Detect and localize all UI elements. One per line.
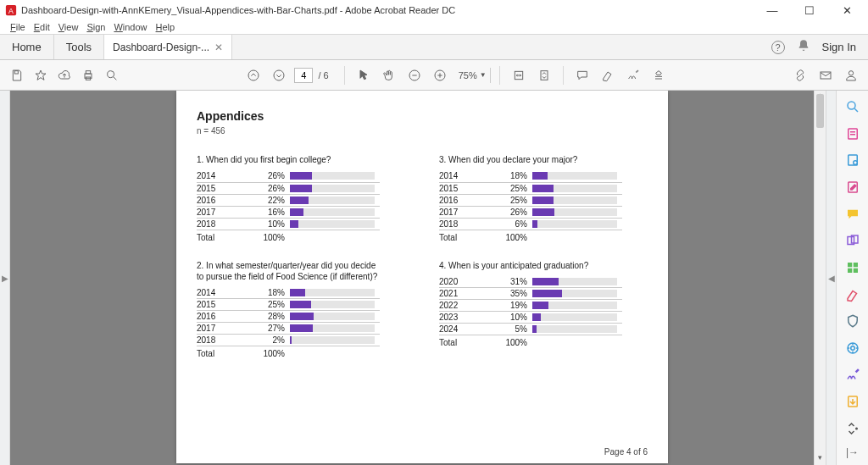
minimize-button[interactable]: — — [760, 4, 785, 17]
row-bar — [531, 170, 622, 182]
page-number-field[interactable]: 4 — [294, 68, 313, 83]
row-value: 31% — [480, 276, 531, 288]
search-icon[interactable] — [102, 65, 122, 86]
zoom-in-icon[interactable] — [430, 65, 450, 86]
row-value: 10% — [237, 218, 288, 230]
row-value: 26% — [237, 182, 288, 194]
left-panel-toggle[interactable]: ▶ — [0, 91, 10, 465]
page-heading: Appendices — [197, 109, 648, 123]
row-bar — [531, 206, 622, 218]
row-bar — [531, 300, 622, 312]
tool-redact-icon[interactable] — [843, 285, 862, 304]
close-button[interactable]: ✕ — [834, 4, 860, 17]
sign-in-link[interactable]: Sign In — [822, 41, 856, 53]
chart-table: 201426%201526%201622%201716%201810%Total… — [197, 170, 380, 243]
table-row: 201810% — [197, 218, 380, 230]
help-icon[interactable]: ? — [771, 41, 785, 54]
menu-help[interactable]: Help — [153, 22, 179, 32]
menu-view[interactable]: View — [55, 22, 82, 32]
row-bar — [531, 276, 622, 288]
row-category: 2016 — [197, 194, 237, 206]
zoom-out-icon[interactable] — [404, 65, 425, 86]
pdf-page: Appendices n = 456 1. When did you first… — [176, 91, 668, 463]
row-value: 10% — [480, 312, 531, 324]
star-icon[interactable] — [31, 65, 51, 86]
chart-title: 3. When did you declare your major? — [439, 154, 626, 165]
tool-send-icon[interactable] — [843, 393, 862, 412]
row-bar — [531, 194, 622, 206]
tool-more-icon[interactable] — [843, 419, 862, 438]
highlight-icon[interactable] — [598, 65, 618, 86]
tool-create-icon[interactable] — [843, 151, 862, 169]
chart-1: 1. When did you first begin college?2014… — [197, 154, 405, 243]
menu-file[interactable]: File — [7, 22, 29, 32]
menu-window[interactable]: Window — [110, 22, 150, 32]
maximize-button[interactable]: ☐ — [797, 4, 822, 17]
table-row: 201525% — [439, 182, 622, 194]
row-value: 25% — [480, 194, 531, 206]
page-footer: Page 4 of 6 — [604, 447, 648, 457]
menu-sign[interactable]: Sign — [83, 22, 108, 32]
profile-icon[interactable] — [841, 65, 861, 86]
hand-icon[interactable] — [379, 65, 399, 86]
scroll-thumb[interactable] — [816, 94, 824, 128]
email-icon[interactable] — [815, 65, 836, 86]
document-area[interactable]: Appendices n = 456 1. When did you first… — [10, 91, 826, 465]
tool-export-icon[interactable] — [843, 125, 862, 143]
row-value: 18% — [480, 170, 531, 182]
notifications-icon[interactable] — [797, 39, 810, 55]
row-bar — [288, 323, 380, 335]
total-row: Total100% — [197, 230, 380, 243]
tool-fill-sign-icon[interactable] — [843, 366, 862, 385]
pointer-icon[interactable] — [353, 65, 374, 86]
link-icon[interactable] — [790, 65, 810, 86]
fit-page-icon[interactable] — [534, 65, 554, 86]
row-bar — [531, 312, 622, 324]
svg-point-18 — [849, 70, 853, 75]
tab-close-icon[interactable]: ✕ — [214, 42, 223, 53]
home-button[interactable]: Home — [0, 35, 54, 59]
page-up-icon[interactable] — [243, 65, 264, 86]
tool-search-icon[interactable] — [843, 97, 862, 116]
sign-icon[interactable] — [623, 65, 643, 86]
top-row: Home Tools Dashboard-Design-... ✕ ? Sign… — [0, 34, 868, 60]
stamp-icon[interactable] — [648, 65, 669, 86]
row-bar — [288, 206, 380, 218]
row-bar — [531, 288, 622, 300]
menu-edit[interactable]: Edit — [31, 22, 53, 32]
print-icon[interactable] — [78, 65, 98, 86]
chart-title: 2. In what semester/quarter/year did you… — [197, 260, 383, 282]
tool-compress-icon[interactable] — [843, 339, 862, 357]
row-value: 2% — [237, 335, 288, 346]
collapse-sidebar-icon[interactable]: |→ — [846, 446, 859, 458]
table-row: 201418% — [439, 170, 622, 182]
tool-protect-icon[interactable] — [843, 313, 862, 331]
comment-icon[interactable] — [572, 65, 593, 86]
zoom-value[interactable]: 75%▼ — [455, 68, 491, 83]
tool-comment-icon[interactable] — [843, 205, 862, 224]
right-panel-toggle[interactable]: ◀ — [826, 91, 836, 465]
total-row: Total100% — [439, 230, 622, 243]
tools-button[interactable]: Tools — [54, 35, 104, 59]
page-down-icon[interactable] — [269, 65, 289, 86]
table-row: 201418% — [197, 287, 380, 299]
row-value: 18% — [237, 287, 288, 299]
table-row: 202031% — [439, 276, 622, 288]
table-row: 20182% — [197, 335, 380, 346]
tool-combine-icon[interactable] — [843, 231, 862, 250]
vertical-scrollbar[interactable]: ▴ ▾ — [814, 91, 826, 465]
svg-rect-32 — [853, 268, 857, 273]
row-value: 28% — [237, 311, 288, 323]
chart-2: 3. When did you declare your major?20141… — [439, 154, 648, 243]
document-tab[interactable]: Dashboard-Design-... ✕ — [104, 35, 232, 59]
save-icon[interactable] — [7, 65, 27, 86]
table-row: 20245% — [439, 324, 622, 335]
scroll-down-icon[interactable]: ▾ — [815, 453, 826, 465]
fit-width-icon[interactable] — [509, 65, 529, 86]
chart-title: 1. When did you first begin college? — [197, 154, 383, 165]
cloud-upload-icon[interactable] — [54, 65, 75, 86]
tool-organize-icon[interactable] — [843, 258, 862, 277]
tool-edit-icon[interactable] — [843, 178, 862, 197]
svg-line-7 — [114, 77, 116, 80]
page-subheading: n = 456 — [197, 126, 648, 136]
